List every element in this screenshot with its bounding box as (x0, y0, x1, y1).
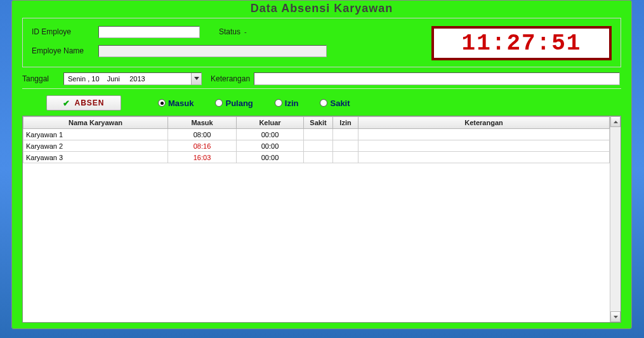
cell-keluar: 00:00 (237, 140, 304, 152)
cell-masuk: 08:00 (168, 129, 237, 140)
radio-izin[interactable]: Izin (275, 98, 299, 108)
radio-masuk-label: Masuk (168, 98, 194, 108)
radio-pulang-label: Pulang (225, 98, 253, 108)
cell-izin (333, 140, 358, 152)
cell-nama: Karyawan 1 (23, 129, 168, 140)
cell-sakit (304, 152, 333, 163)
attendance-table-container: Nama Karyawan Masuk Keluar Sakit Izin Ke… (22, 116, 621, 323)
table-row[interactable]: Karyawan 316:0300:00 (23, 152, 610, 163)
cell-nama: Karyawan 3 (23, 152, 168, 163)
cell-keluar: 00:00 (237, 129, 304, 140)
radio-sakit[interactable]: Sakit (320, 98, 350, 108)
radio-sakit-label: Sakit (330, 98, 350, 108)
radio-icon (215, 99, 223, 107)
table-header-row: Nama Karyawan Masuk Keluar Sakit Izin Ke… (23, 117, 610, 129)
page-title: Data Absensi Karyawan (13, 2, 630, 18)
table-row[interactable]: Karyawan 208:1600:00 (23, 140, 610, 152)
date-label: Tanggal (22, 74, 63, 83)
scroll-up-button[interactable] (610, 116, 621, 127)
date-picker[interactable]: Senin , 10 Juni 2013 (63, 72, 202, 85)
radio-icon (158, 99, 166, 107)
id-label: ID Employe (32, 27, 98, 36)
id-input[interactable] (98, 26, 200, 38)
th-sakit[interactable]: Sakit (304, 117, 333, 129)
cell-keterangan (358, 140, 610, 152)
th-keterangan[interactable]: Keterangan (358, 117, 610, 129)
keterangan-label: Keterangan (211, 74, 250, 83)
date-dropdown-button[interactable] (191, 73, 201, 84)
table-row[interactable]: Karyawan 108:0000:00 (23, 129, 610, 140)
th-nama[interactable]: Nama Karyawan (23, 117, 168, 129)
cell-keterangan (358, 129, 610, 140)
radio-masuk[interactable]: Masuk (158, 98, 194, 108)
cell-nama: Karyawan 2 (23, 140, 168, 152)
radio-izin-label: Izin (285, 98, 299, 108)
action-row: ✔ ABSEN Masuk Pulang Izin Sakit (22, 94, 621, 112)
app-window: Data Absensi Karyawan ID Employe Status … (11, 0, 632, 329)
cell-izin (333, 152, 358, 163)
radio-icon (275, 99, 282, 107)
chevron-down-icon (614, 316, 618, 318)
cell-sakit (304, 140, 333, 152)
main-panel: Data Absensi Karyawan ID Employe Status … (12, 1, 631, 328)
employee-info-box: ID Employe Status - Employe Name 11:27:5… (22, 18, 621, 67)
absen-button[interactable]: ✔ ABSEN (46, 95, 121, 111)
th-keluar[interactable]: Keluar (237, 117, 304, 129)
absen-button-label: ABSEN (74, 98, 104, 107)
cell-izin (333, 129, 358, 140)
scroll-down-button[interactable] (610, 311, 621, 322)
table-body: Nama Karyawan Masuk Keluar Sakit Izin Ke… (23, 116, 610, 322)
th-izin[interactable]: Izin (333, 117, 358, 129)
check-icon: ✔ (63, 98, 70, 108)
date-row: Tanggal Senin , 10 Juni 2013 Keterangan (22, 72, 621, 89)
status-value: - (244, 28, 247, 36)
radio-icon (320, 99, 327, 107)
keterangan-input[interactable] (254, 72, 620, 85)
vertical-scrollbar[interactable] (610, 116, 621, 322)
th-masuk[interactable]: Masuk (168, 117, 237, 129)
chevron-down-icon (194, 77, 199, 80)
scroll-track[interactable] (610, 127, 621, 311)
cell-masuk: 08:16 (168, 140, 237, 152)
attendance-radio-group: Masuk Pulang Izin Sakit (158, 98, 350, 108)
cell-keluar: 00:00 (237, 152, 304, 163)
clock-display: 11:27:51 (431, 26, 612, 60)
cell-masuk: 16:03 (168, 152, 237, 163)
cell-sakit (304, 129, 333, 140)
name-label: Employe Name (32, 46, 98, 55)
cell-keterangan (358, 152, 610, 163)
date-value: Senin , 10 Juni 2013 (68, 75, 145, 83)
attendance-table: Nama Karyawan Masuk Keluar Sakit Izin Ke… (23, 116, 610, 163)
radio-pulang[interactable]: Pulang (215, 98, 253, 108)
name-input[interactable] (98, 45, 327, 57)
status-label: Status (219, 27, 240, 36)
chevron-up-icon (614, 121, 618, 123)
